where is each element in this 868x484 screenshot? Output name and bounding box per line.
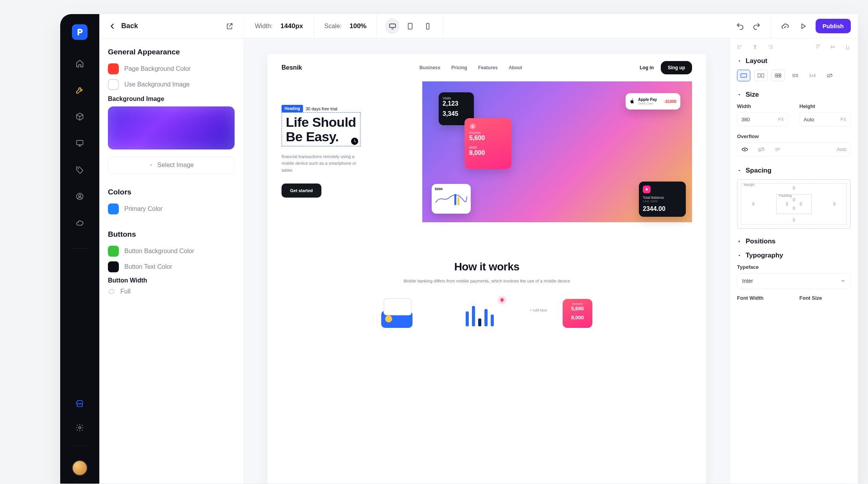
select-image-label: Select Image [157, 162, 194, 169]
device-mobile[interactable] [421, 18, 434, 34]
trial-text: 30 days free trial [305, 106, 337, 111]
income-value: 5,600 [469, 135, 507, 142]
radio-unchecked-icon[interactable] [108, 288, 115, 295]
open-external-button[interactable] [224, 21, 235, 32]
button-text-color-row[interactable]: Button Text Color [108, 261, 235, 272]
headline-line2: Be Easy. [286, 130, 356, 144]
login-link[interactable]: Log in [640, 65, 654, 70]
nav-home[interactable] [72, 56, 88, 71]
overflow-visible[interactable] [741, 147, 748, 152]
nav-store[interactable] [72, 396, 88, 411]
user-avatar[interactable] [72, 460, 88, 476]
menu-item[interactable]: About [509, 65, 522, 70]
preview-button[interactable] [798, 21, 809, 32]
margin-right[interactable]: 0 [833, 202, 836, 206]
tag-icon [75, 166, 84, 174]
use-bg-image-checkbox[interactable] [108, 79, 119, 90]
height-input[interactable]: Auto PX [800, 112, 851, 126]
redo-button[interactable] [751, 21, 762, 32]
balance-label: Total Balance [643, 196, 682, 200]
layout-section-header[interactable]: Layout [737, 57, 851, 65]
nav-settings[interactable] [72, 420, 88, 435]
align-v-bottom[interactable] [845, 44, 851, 50]
apple-icon [629, 98, 635, 104]
align-v-top[interactable] [815, 44, 821, 50]
width-value[interactable]: 1440px [280, 22, 303, 30]
logo-p-icon [75, 28, 84, 36]
align-h-right[interactable] [767, 44, 773, 50]
device-tablet[interactable] [403, 18, 417, 34]
typography-section-header[interactable]: Typography [737, 252, 851, 259]
nav-design[interactable] [72, 82, 88, 98]
align-v-middle[interactable] [830, 44, 836, 50]
layout-block[interactable] [737, 70, 750, 81]
nav-cloud[interactable] [72, 215, 88, 231]
padding-right[interactable]: 0 [800, 202, 802, 206]
button-bg-color-swatch[interactable] [108, 246, 119, 257]
nav-screen[interactable] [72, 135, 88, 151]
svg-rect-21 [780, 76, 781, 77]
use-bg-image-row[interactable]: Use Background Image [108, 79, 235, 90]
overflow-scroll[interactable] [774, 147, 781, 152]
primary-color-swatch[interactable] [108, 203, 119, 214]
website-canvas[interactable]: Besnik Business Pricing Features About L… [267, 54, 706, 484]
padding-bottom[interactable]: 0 [786, 206, 802, 211]
cloud-save[interactable] [780, 21, 791, 32]
align-h-left[interactable] [737, 44, 743, 50]
overflow-hidden[interactable] [758, 147, 765, 152]
selected-heading[interactable]: Life Should Be Easy. [282, 112, 360, 146]
heading-tag[interactable]: Heading [282, 105, 303, 112]
margin-left[interactable]: 0 [752, 202, 755, 206]
back-button[interactable]: Back [108, 22, 138, 31]
positions-section-header[interactable]: Positions [737, 238, 851, 245]
cloud-icon [75, 219, 84, 227]
page-bg-color-row[interactable]: Page Background Color [108, 63, 235, 74]
layout-cols[interactable] [754, 70, 768, 81]
background-image-thumbnail[interactable] [108, 106, 235, 149]
nav-tag[interactable] [72, 162, 88, 178]
signup-button[interactable]: Sing up [661, 61, 692, 74]
hcard-value2: 8,000 [566, 315, 589, 320]
select-image-dropdown[interactable]: Select Image [108, 157, 235, 174]
box-model-editor[interactable]: Margin 0 0 Padding 0 0 0 0 [737, 179, 851, 229]
layout-hidden[interactable] [823, 70, 836, 81]
get-started-button[interactable]: Get started [282, 184, 321, 198]
nav-user[interactable] [72, 189, 88, 204]
illus-income-card: + Add New Income 5,680 8,000 [545, 299, 592, 330]
scale-value[interactable]: 100% [350, 22, 366, 30]
caret-down-icon [149, 163, 153, 167]
margin-label: Margin [744, 183, 755, 187]
align-h-center[interactable] [752, 44, 758, 50]
typeface-select[interactable]: Inter [737, 273, 851, 289]
padding-left[interactable]: 0 [786, 202, 788, 206]
button-text-color-swatch[interactable] [108, 261, 119, 272]
undo-button[interactable] [735, 21, 746, 32]
button-bg-color-row[interactable]: Button Background Color [108, 246, 235, 257]
caret-down-icon [737, 92, 742, 97]
spacing-section-header[interactable]: Spacing [737, 167, 851, 175]
margin-top[interactable]: 0 [752, 186, 836, 190]
overflow-control[interactable]: Auto [737, 142, 851, 157]
publish-button[interactable]: Publish [816, 19, 851, 33]
primary-color-row[interactable]: Primary Color [108, 203, 235, 214]
menu-item[interactable]: Features [478, 65, 498, 70]
page-bg-color-swatch[interactable] [108, 63, 119, 74]
button-width-full-row[interactable]: Full [108, 288, 235, 295]
padding-top[interactable]: 0 [786, 198, 802, 202]
overflow-auto-label[interactable]: Auto [837, 147, 846, 152]
menu-item[interactable]: Pricing [451, 65, 467, 70]
margin-bottom[interactable]: 0 [752, 218, 836, 222]
colors-title: Colors [108, 188, 235, 196]
nav-cube[interactable] [72, 109, 88, 124]
menu-item[interactable]: Business [420, 65, 440, 70]
canvas-area[interactable]: Besnik Business Pricing Features About L… [244, 38, 730, 484]
layout-options: A [737, 70, 851, 81]
layout-text[interactable]: A [806, 70, 819, 81]
device-desktop[interactable] [386, 18, 399, 34]
width-input[interactable]: 380 PX [737, 112, 789, 126]
align-hcenter-icon [752, 44, 758, 50]
mobile-icon [424, 22, 432, 30]
size-section-header[interactable]: Size [737, 91, 851, 99]
layout-grid[interactable] [771, 70, 785, 81]
layout-inline[interactable] [789, 70, 802, 81]
